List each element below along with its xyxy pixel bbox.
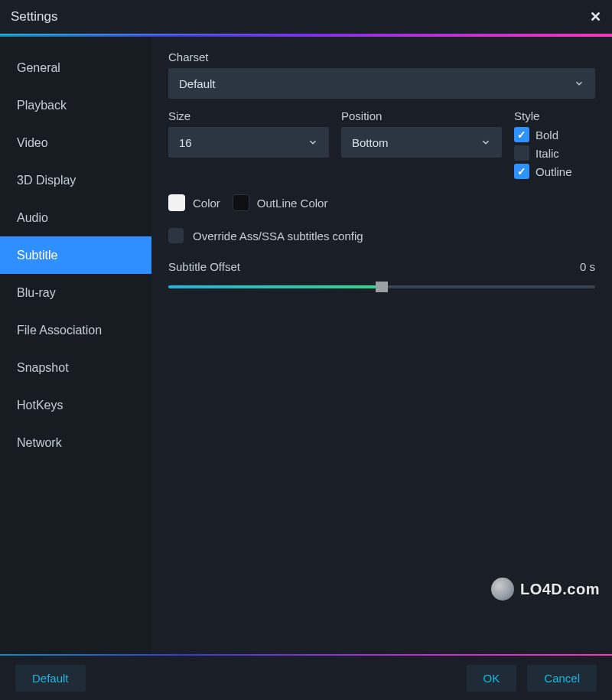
- position-column: Position Bottom: [341, 109, 502, 182]
- style-italic-checkbox-row[interactable]: Italic: [514, 145, 595, 161]
- footer-right-buttons: OK Cancel: [467, 665, 597, 692]
- slider-thumb-icon: [376, 282, 388, 292]
- cancel-button[interactable]: Cancel: [527, 665, 597, 692]
- sidebar-item-playback[interactable]: Playback: [0, 86, 151, 124]
- color-label: Color: [193, 197, 220, 210]
- size-select[interactable]: 16: [168, 127, 329, 158]
- ok-button[interactable]: OK: [467, 665, 517, 692]
- size-column: Size 16: [168, 109, 329, 182]
- charset-value: Default: [179, 77, 216, 90]
- watermark: LO4D.com: [491, 578, 600, 601]
- offset-value: 0 s: [580, 260, 595, 273]
- chevron-down-icon: [574, 78, 584, 89]
- sidebar-item-label: 3D Display: [17, 174, 76, 187]
- sidebar-item-audio[interactable]: Audio: [0, 199, 151, 236]
- settings-window: Settings ✕ General Playback Video 3D Dis…: [0, 0, 612, 700]
- size-label: Size: [168, 109, 329, 122]
- override-row[interactable]: Override Ass/SSA subtitles config: [168, 228, 595, 243]
- sidebar-item-label: Playback: [17, 99, 67, 112]
- color-row: Color OutLine Color: [168, 194, 595, 211]
- footer: Default OK Cancel: [0, 656, 612, 700]
- outline-color-label: OutLine Color: [257, 197, 328, 210]
- sidebar-item-subtitle[interactable]: Subtitle: [0, 236, 151, 274]
- sidebar-item-label: General: [17, 61, 60, 75]
- style-label: Style: [514, 109, 595, 122]
- chevron-down-icon: [480, 137, 491, 148]
- sidebar-item-snapshot[interactable]: Snapshot: [0, 349, 151, 386]
- style-outline-checkbox-row[interactable]: Outline: [514, 164, 595, 179]
- window-body: General Playback Video 3D Display Audio …: [0, 37, 612, 654]
- sidebar-item-hotkeys[interactable]: HotKeys: [0, 386, 151, 424]
- subtitle-settings-panel: Charset Default Size 16: [151, 37, 612, 654]
- window-title: Settings: [11, 9, 57, 24]
- font-color-swatch[interactable]: [168, 194, 185, 211]
- offset-slider[interactable]: [168, 281, 595, 293]
- watermark-text: LO4D.com: [520, 581, 600, 598]
- position-label: Position: [341, 109, 502, 122]
- titlebar: Settings ✕: [0, 0, 612, 35]
- sidebar-item-label: Snapshot: [17, 361, 69, 375]
- checkbox-icon: [514, 127, 529, 142]
- sidebar-item-bluray[interactable]: Blu-ray: [0, 274, 151, 311]
- sidebar-item-network[interactable]: Network: [0, 424, 151, 461]
- position-select[interactable]: Bottom: [341, 127, 502, 158]
- checkbox-icon: [514, 164, 529, 179]
- checkbox-icon: [514, 145, 529, 161]
- subtitle-offset-block: Subtitle Offset 0 s: [168, 260, 595, 293]
- chevron-down-icon: [308, 137, 318, 148]
- ok-button-label: OK: [483, 672, 500, 685]
- sidebar-item-video[interactable]: Video: [0, 124, 151, 161]
- charset-label: Charset: [168, 50, 595, 63]
- override-label: Override Ass/SSA subtitles config: [193, 230, 363, 243]
- style-bold-label: Bold: [536, 129, 558, 142]
- sidebar-item-label: Network: [17, 436, 62, 450]
- charset-select[interactable]: Default: [168, 68, 595, 99]
- sidebar-item-3d-display[interactable]: 3D Display: [0, 161, 151, 199]
- position-value: Bottom: [352, 136, 389, 149]
- size-position-style-row: Size 16 Position Bottom: [168, 109, 595, 182]
- style-column: Style Bold Italic Outline: [514, 109, 595, 182]
- slider-fill: [168, 285, 382, 288]
- globe-icon: [491, 578, 514, 601]
- default-button[interactable]: Default: [15, 665, 86, 692]
- sidebar-item-file-association[interactable]: File Association: [0, 311, 151, 349]
- default-button-label: Default: [32, 672, 69, 685]
- offset-header: Subtitle Offset 0 s: [168, 260, 595, 273]
- style-bold-checkbox-row[interactable]: Bold: [514, 127, 595, 142]
- sidebar-item-label: Blu-ray: [17, 286, 56, 300]
- sidebar-item-general[interactable]: General: [0, 49, 151, 86]
- sidebar-item-label: File Association: [17, 324, 102, 337]
- sidebar-item-label: HotKeys: [17, 399, 63, 412]
- close-icon[interactable]: ✕: [590, 8, 601, 25]
- size-value: 16: [179, 136, 192, 149]
- sidebar-item-label: Video: [17, 136, 48, 150]
- settings-sidebar: General Playback Video 3D Display Audio …: [0, 37, 151, 654]
- checkbox-icon: [168, 228, 184, 243]
- sidebar-item-label: Subtitle: [17, 249, 57, 262]
- style-italic-label: Italic: [536, 147, 559, 160]
- style-outline-label: Outline: [536, 165, 572, 178]
- sidebar-item-label: Audio: [17, 211, 48, 225]
- offset-label: Subtitle Offset: [168, 260, 240, 273]
- outline-color-swatch[interactable]: [233, 194, 249, 211]
- cancel-button-label: Cancel: [544, 672, 580, 685]
